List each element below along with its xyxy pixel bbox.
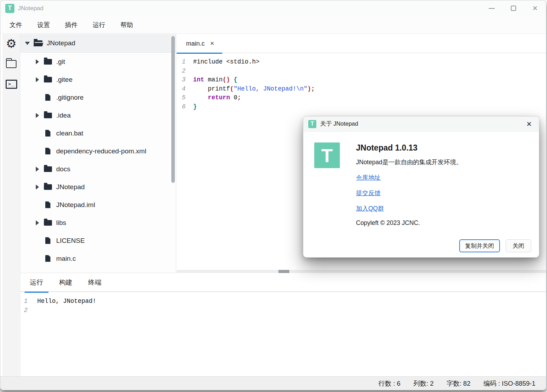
titlebar[interactable]: T JNotepad ✕ [0, 0, 546, 16]
close-button[interactable]: ✕ [524, 0, 546, 16]
tree-scrollbar-track[interactable] [171, 35, 176, 272]
tree-item-label: dependency-reduced-pom.xml [56, 147, 146, 155]
status-bar: 行数 : 6 列数: 2 字数: 82 编码 : ISO-8859-1 [0, 376, 546, 390]
line-number: 4 [177, 85, 190, 94]
tree-twisty [33, 185, 41, 190]
output-text: Hello, JNotepad! [33, 297, 96, 306]
tree-item-libs[interactable]: libs [20, 214, 176, 232]
tab-main-c[interactable]: main.c ✕ [177, 34, 222, 53]
tree-item-jnotepad[interactable]: JNotepad [20, 34, 176, 53]
tree-twisty [33, 113, 41, 118]
code-token: { [234, 76, 238, 83]
settings-gear-button[interactable]: ⚙ [4, 36, 18, 51]
chevron-down-icon[interactable] [25, 42, 30, 45]
tab-label: main.c [186, 40, 205, 47]
tree-item-license[interactable]: LICENSE [20, 232, 176, 250]
code-line-1[interactable]: 1#include <stdio.h> [177, 58, 546, 67]
maximize-button[interactable] [502, 0, 524, 16]
tree-item-main-c[interactable]: main.c [20, 250, 176, 267]
code-line-2[interactable]: 2 [177, 67, 546, 76]
tree-item-label: JNotepad.iml [56, 201, 95, 209]
tab-build[interactable]: 构建 [57, 273, 75, 292]
code-text [190, 67, 193, 76]
status-line-count: 行数 : 6 [378, 379, 401, 388]
tab-run[interactable]: 运行 [27, 273, 46, 292]
code-line-4[interactable]: 4 printf("Hello, JNotepad!\n"); [177, 85, 546, 94]
code-line-6[interactable]: 6} [177, 102, 546, 112]
menu-settings[interactable]: 设置 [37, 21, 50, 29]
folder-icon-shape [44, 77, 52, 82]
link-repository[interactable]: 仓库地址 [356, 173, 462, 182]
file-icon-shape [45, 130, 51, 137]
tree-item-label: main.c [56, 255, 76, 263]
code-token: printf [193, 85, 230, 92]
file-icon-shape [45, 94, 51, 101]
tree-scrollbar-thumb[interactable] [171, 36, 175, 183]
run-output-area[interactable]: 1Hello, JNotepad!2 [20, 293, 546, 377]
window-controls: ✕ [481, 0, 546, 16]
tree-item--idea[interactable]: .idea [20, 106, 176, 124]
menu-file[interactable]: 文件 [9, 21, 22, 29]
folder-icon [44, 220, 52, 226]
tree-item--gitignore[interactable]: .gitignore [20, 88, 176, 106]
output-line-number: 1 [20, 297, 33, 306]
menu-plugins[interactable]: 插件 [65, 21, 78, 29]
file-icon [44, 148, 52, 154]
folder-open-icon [34, 40, 42, 46]
dialog-heading: JNotepad 1.0.13 [356, 143, 462, 153]
tree-item-jnotepad-iml[interactable]: JNotepad.iml [20, 196, 176, 214]
menu-run[interactable]: 运行 [93, 21, 105, 29]
file-explorer-button[interactable] [4, 57, 18, 71]
chevron-right-icon[interactable] [36, 167, 39, 172]
tree-item-label: LICENSE [56, 237, 85, 245]
link-feedback[interactable]: 提交反馈 [356, 189, 462, 197]
folder-icon [44, 113, 52, 118]
dialog-copyright: Copyleft © 2023 JCNC. [356, 219, 462, 227]
code-line-5[interactable]: 5 return 0; [177, 93, 546, 102]
tree-item--git[interactable]: .git [20, 53, 176, 71]
folder-icon [44, 77, 52, 82]
chevron-right-icon[interactable] [36, 220, 39, 225]
terminal-button[interactable]: >_ [4, 77, 18, 92]
editor-hscrollbar-track[interactable] [177, 270, 546, 273]
dialog-logo: T [314, 142, 340, 168]
file-icon [44, 94, 52, 101]
output-line-number: 2 [20, 306, 33, 315]
dialog-app-logo-icon: T [308, 120, 316, 128]
file-icon [44, 237, 52, 244]
file-icon-shape [45, 201, 51, 208]
tree-item-docs[interactable]: docs [20, 160, 176, 178]
file-icon [44, 130, 52, 137]
app-window: T JNotepad ✕ 文件 设置 插件 运行 帮助 ⚙ >_ JNotepa… [0, 0, 546, 390]
chevron-right-icon[interactable] [36, 59, 39, 64]
code-text: #include <stdio.h> [190, 58, 259, 67]
tree-item-label: JNotepad [47, 39, 75, 47]
tree-item-label: .gitee [56, 76, 72, 84]
tree-item-label: .idea [56, 112, 71, 119]
dialog-body: T JNotepad 1.0.13 JNotepad是一款自由的集成开发环境。 … [303, 132, 539, 257]
tree-item--gitee[interactable]: .gitee [20, 71, 176, 88]
editor-hscrollbar-thumb[interactable] [278, 270, 289, 273]
editor-tab-bar: main.c ✕ [177, 34, 546, 53]
dialog-close-button[interactable]: ✕ [519, 117, 539, 131]
tab-close-icon[interactable]: ✕ [210, 40, 215, 47]
file-icon-shape [45, 237, 51, 244]
tree-item-dependency-reduced-pom-xml[interactable]: dependency-reduced-pom.xml [20, 142, 176, 160]
dialog-titlebar[interactable]: T 关于 JNotepad ✕ [303, 117, 539, 132]
minimize-button[interactable] [481, 0, 502, 16]
code-text: } [190, 102, 197, 112]
link-qq-group[interactable]: 加入QQ群 [356, 204, 462, 213]
chevron-right-icon[interactable] [36, 77, 39, 82]
code-line-3[interactable]: 3int main() { [177, 75, 546, 85]
close-dialog-button[interactable]: 关闭 [506, 239, 531, 252]
menu-help[interactable]: 帮助 [120, 21, 133, 29]
chevron-right-icon[interactable] [36, 113, 39, 118]
copy-and-close-button[interactable]: 复制并关闭 [459, 239, 500, 252]
tree-item-jnotepad[interactable]: JNotepad [20, 178, 176, 196]
tab-terminal[interactable]: 终端 [86, 273, 104, 292]
folder-icon-shape [44, 184, 52, 190]
tree-item-clean-bat[interactable]: clean.bat [20, 124, 176, 142]
tree-twisty [33, 59, 41, 64]
line-number: 1 [177, 58, 190, 67]
chevron-right-icon[interactable] [36, 185, 39, 190]
